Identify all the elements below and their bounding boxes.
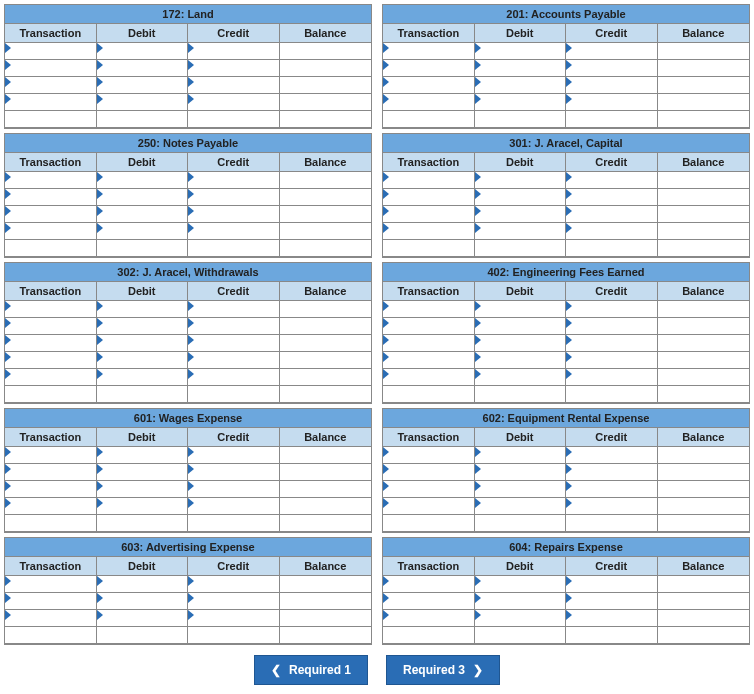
debit-cell[interactable] [475, 301, 567, 318]
debit-cell[interactable] [97, 189, 189, 206]
debit-cell[interactable] [475, 43, 567, 60]
debit-cell[interactable] [97, 206, 189, 223]
transaction-cell[interactable] [383, 206, 475, 223]
debit-cell[interactable] [97, 610, 189, 627]
credit-cell[interactable] [188, 172, 280, 189]
credit-cell[interactable] [566, 464, 658, 481]
transaction-cell[interactable] [5, 610, 97, 627]
debit-cell[interactable] [475, 94, 567, 111]
transaction-cell[interactable] [383, 77, 475, 94]
debit-cell[interactable] [97, 172, 189, 189]
transaction-cell[interactable] [383, 60, 475, 77]
credit-cell[interactable] [566, 447, 658, 464]
debit-cell[interactable] [97, 498, 189, 515]
credit-cell[interactable] [566, 94, 658, 111]
credit-cell[interactable] [566, 172, 658, 189]
transaction-cell[interactable] [5, 223, 97, 240]
credit-cell[interactable] [188, 43, 280, 60]
debit-cell[interactable] [475, 593, 567, 610]
transaction-cell[interactable] [5, 464, 97, 481]
transaction-cell[interactable] [383, 94, 475, 111]
transaction-cell[interactable] [5, 318, 97, 335]
debit-cell[interactable] [475, 464, 567, 481]
credit-cell[interactable] [188, 94, 280, 111]
debit-cell[interactable] [475, 206, 567, 223]
debit-cell[interactable] [97, 94, 189, 111]
transaction-cell[interactable] [5, 593, 97, 610]
credit-cell[interactable] [188, 481, 280, 498]
credit-cell[interactable] [566, 498, 658, 515]
transaction-cell[interactable] [383, 223, 475, 240]
debit-cell[interactable] [475, 498, 567, 515]
credit-cell[interactable] [566, 189, 658, 206]
debit-cell[interactable] [97, 60, 189, 77]
credit-cell[interactable] [566, 610, 658, 627]
next-button[interactable]: Required 3 ❯ [386, 655, 500, 685]
credit-cell[interactable] [566, 352, 658, 369]
credit-cell[interactable] [566, 43, 658, 60]
credit-cell[interactable] [566, 301, 658, 318]
transaction-cell[interactable] [383, 481, 475, 498]
transaction-cell[interactable] [383, 318, 475, 335]
debit-cell[interactable] [97, 576, 189, 593]
credit-cell[interactable] [566, 223, 658, 240]
debit-cell[interactable] [475, 369, 567, 386]
transaction-cell[interactable] [5, 301, 97, 318]
credit-cell[interactable] [188, 369, 280, 386]
debit-cell[interactable] [475, 352, 567, 369]
credit-cell[interactable] [566, 60, 658, 77]
credit-cell[interactable] [188, 498, 280, 515]
debit-cell[interactable] [475, 318, 567, 335]
transaction-cell[interactable] [5, 77, 97, 94]
credit-cell[interactable] [188, 223, 280, 240]
debit-cell[interactable] [97, 335, 189, 352]
transaction-cell[interactable] [5, 335, 97, 352]
debit-cell[interactable] [475, 189, 567, 206]
credit-cell[interactable] [188, 593, 280, 610]
debit-cell[interactable] [475, 335, 567, 352]
transaction-cell[interactable] [5, 60, 97, 77]
transaction-cell[interactable] [5, 481, 97, 498]
transaction-cell[interactable] [383, 369, 475, 386]
transaction-cell[interactable] [5, 369, 97, 386]
transaction-cell[interactable] [383, 464, 475, 481]
debit-cell[interactable] [475, 77, 567, 94]
credit-cell[interactable] [566, 77, 658, 94]
debit-cell[interactable] [97, 447, 189, 464]
credit-cell[interactable] [188, 335, 280, 352]
debit-cell[interactable] [475, 576, 567, 593]
credit-cell[interactable] [188, 464, 280, 481]
credit-cell[interactable] [188, 301, 280, 318]
credit-cell[interactable] [188, 576, 280, 593]
credit-cell[interactable] [566, 576, 658, 593]
debit-cell[interactable] [97, 301, 189, 318]
debit-cell[interactable] [475, 172, 567, 189]
debit-cell[interactable] [97, 352, 189, 369]
debit-cell[interactable] [97, 223, 189, 240]
debit-cell[interactable] [475, 481, 567, 498]
transaction-cell[interactable] [383, 593, 475, 610]
debit-cell[interactable] [475, 610, 567, 627]
debit-cell[interactable] [97, 481, 189, 498]
debit-cell[interactable] [475, 60, 567, 77]
debit-cell[interactable] [97, 593, 189, 610]
transaction-cell[interactable] [5, 352, 97, 369]
transaction-cell[interactable] [5, 189, 97, 206]
transaction-cell[interactable] [383, 447, 475, 464]
transaction-cell[interactable] [5, 43, 97, 60]
credit-cell[interactable] [566, 481, 658, 498]
credit-cell[interactable] [566, 318, 658, 335]
debit-cell[interactable] [97, 43, 189, 60]
credit-cell[interactable] [188, 77, 280, 94]
debit-cell[interactable] [475, 447, 567, 464]
credit-cell[interactable] [566, 335, 658, 352]
credit-cell[interactable] [188, 447, 280, 464]
transaction-cell[interactable] [5, 206, 97, 223]
transaction-cell[interactable] [5, 447, 97, 464]
transaction-cell[interactable] [5, 576, 97, 593]
transaction-cell[interactable] [5, 172, 97, 189]
transaction-cell[interactable] [383, 498, 475, 515]
transaction-cell[interactable] [383, 189, 475, 206]
credit-cell[interactable] [566, 369, 658, 386]
credit-cell[interactable] [188, 206, 280, 223]
